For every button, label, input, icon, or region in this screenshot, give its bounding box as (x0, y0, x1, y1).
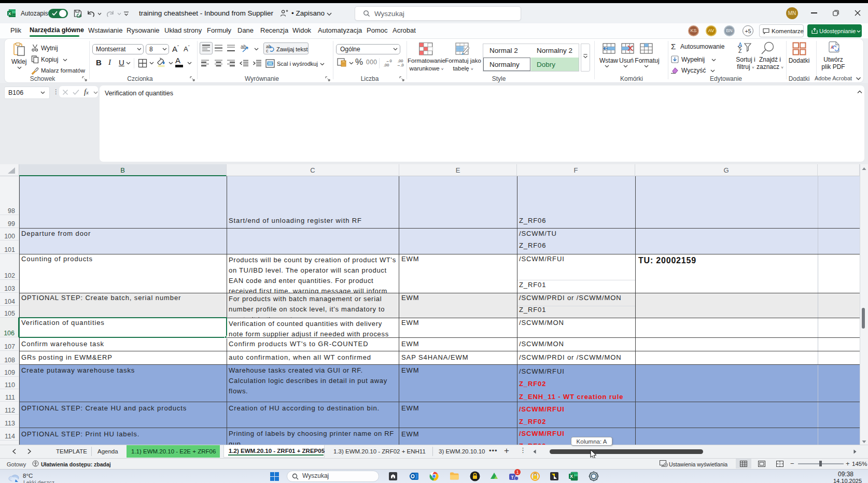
svg-text:X: X (570, 474, 573, 479)
svg-text:→,0: →,0 (397, 63, 404, 67)
svg-text:Z: Z (738, 48, 742, 54)
svg-text:c: c (266, 48, 269, 53)
svg-text:A: A (738, 42, 742, 48)
svg-text:X: X (8, 11, 11, 16)
svg-text:T: T (511, 475, 514, 480)
svg-text:,00: ,00 (384, 63, 389, 67)
